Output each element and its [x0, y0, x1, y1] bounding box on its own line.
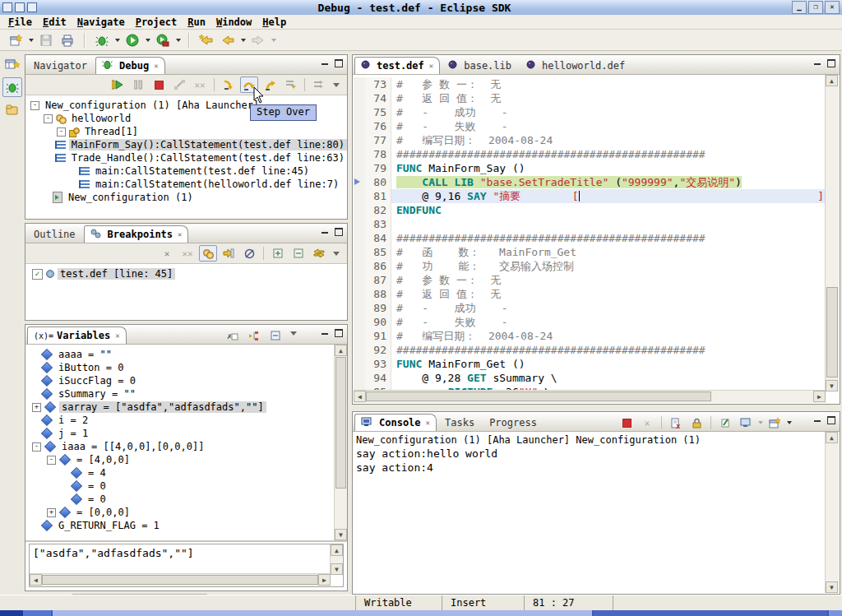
tab-breakpoints[interactable]: Breakpoints✕ [84, 225, 189, 243]
console-tab-progress[interactable]: Progress [483, 414, 544, 431]
editor-line[interactable]: 87# 参 数 一： 无 [354, 273, 826, 287]
terminate-button[interactable] [618, 415, 636, 431]
editor-line[interactable]: 92######################################… [354, 343, 826, 357]
debug-tree-item[interactable]: main:CallStatement(test.def line:45) [25, 164, 347, 178]
show-logical-structure-button[interactable] [245, 327, 263, 344]
open-perspective-icon[interactable] [2, 54, 22, 74]
new-wizard-button[interactable] [7, 32, 25, 49]
remove-breakpoint-button[interactable]: ✕ [158, 245, 176, 262]
expand-icon[interactable]: + [32, 403, 41, 412]
editor-tab-test-def[interactable]: test.def✕ [354, 57, 440, 74]
menu-navigate[interactable]: Navigate [74, 16, 132, 29]
debug-tree-item[interactable]: Trade_Handle():CallStatement(test.def li… [25, 151, 347, 164]
forward-dropdown[interactable] [271, 39, 276, 42]
editor-line[interactable]: 82ENDFUNC [354, 203, 826, 217]
editor-line[interactable]: 78######################################… [354, 147, 826, 161]
editor-line[interactable]: 81 @ 9,16 SAY "摘要 [ ]" [354, 189, 826, 203]
variable-item[interactable]: sSummary = "" [25, 387, 347, 401]
step-into-button[interactable] [220, 76, 238, 93]
menu-file[interactable]: File [5, 16, 39, 29]
tab-outline[interactable]: Outline [27, 225, 82, 243]
remove-all-breakpoints-button[interactable]: ✕✕ [178, 245, 197, 262]
editor-line[interactable]: 83 [354, 217, 826, 231]
suspend-button[interactable] [129, 76, 147, 93]
tab-variables[interactable]: (x)= Variables ✕ [27, 327, 127, 344]
menu-window[interactable]: Window [213, 16, 259, 29]
variables-scrollbar[interactable]: ▲ ▼ [334, 345, 347, 540]
editor-line[interactable]: 80 CALL LIB "base.SetTradeTitle" ("99999… [354, 175, 826, 189]
back-button[interactable] [219, 32, 237, 49]
close-icon[interactable]: ✕ [426, 419, 430, 427]
remove-all-terminated-button[interactable]: ✕✕ [191, 76, 209, 93]
minimize-button[interactable]: ▁ [792, 1, 807, 14]
variable-item[interactable]: G_RETURN_FLAG = 1 [25, 519, 347, 532]
editor-line[interactable]: 73# 参 数 一： 无 [354, 77, 826, 91]
menu-edit[interactable]: Edit [39, 16, 74, 29]
variable-item[interactable]: iButton = 0 [25, 361, 347, 374]
go-to-file-button[interactable] [220, 245, 238, 262]
last-edit-location-button[interactable] [197, 32, 215, 49]
collapse-icon[interactable]: - [30, 101, 39, 110]
editor-line[interactable]: 74# 返 回 值： 无 [354, 91, 826, 105]
editor-line[interactable]: 93FUNC MainForm_Get () [354, 357, 826, 371]
minimize-view-icon[interactable] [812, 58, 822, 67]
maximize-view-icon[interactable] [333, 328, 344, 337]
maximize-view-icon[interactable] [826, 415, 836, 424]
editor-vscrollbar[interactable]: ▲ ▼ [825, 75, 839, 391]
show-type-names-button[interactable]: ✗ [224, 327, 242, 344]
editor-line[interactable]: 90# - 失败 - [354, 315, 826, 329]
menu-help[interactable]: Help [259, 16, 294, 29]
tab-navigator[interactable]: Navigator [27, 57, 94, 74]
close-icon[interactable]: ✕ [154, 62, 158, 70]
maximize-view-icon[interactable] [333, 227, 344, 236]
open-console-dropdown[interactable] [787, 421, 792, 424]
variable-item[interactable]: = 4 [25, 466, 347, 479]
editor-line[interactable]: 84######################################… [354, 231, 826, 245]
forward-button[interactable] [249, 32, 267, 49]
view-menu-chevron-icon[interactable] [333, 83, 340, 87]
menu-project[interactable]: Project [132, 16, 185, 29]
editor-line[interactable]: 94 @ 9,28 GET sSummary \ [354, 371, 826, 385]
close-button[interactable]: ✕ [825, 1, 840, 14]
close-icon[interactable]: ✕ [178, 230, 182, 239]
pin-console-button[interactable] [716, 415, 734, 431]
editor-line[interactable]: 86# 功 能： 交易输入场控制 [354, 259, 826, 273]
maximize-view-icon[interactable] [333, 58, 344, 67]
variable-item[interactable]: -= [4,0,0] [25, 453, 347, 466]
console-tab-tasks[interactable]: Tasks [438, 414, 481, 431]
run-button[interactable] [123, 32, 141, 49]
expand-all-button[interactable] [269, 245, 287, 262]
minimize-view-icon[interactable] [319, 58, 330, 67]
collapse-all-button[interactable] [266, 327, 285, 344]
collapse-icon[interactable]: - [32, 442, 41, 452]
editor-tab-base-lib[interactable]: base.lib [442, 57, 518, 74]
resume-button[interactable] [109, 76, 127, 93]
show-supported-breakpoints-button[interactable] [199, 245, 217, 262]
detail-vscrollbar[interactable]: ▲ ▼ [330, 544, 343, 575]
display-console-dropdown[interactable] [758, 421, 763, 424]
variable-item[interactable]: +sarray = ["asdfa","adfasdfads",""] [25, 401, 347, 414]
debug-dropdown[interactable] [115, 39, 120, 42]
display-selected-console-button[interactable] [737, 415, 755, 431]
terminate-button[interactable] [150, 76, 168, 93]
variable-item[interactable]: -iaaa = [[4,0,0],[0,0,0]] [25, 440, 347, 453]
console-output[interactable]: say action:hello worldsay action:4 [353, 447, 840, 475]
editor-line[interactable]: 76# - 失败 - [354, 119, 826, 133]
remove-launch-button[interactable]: ✕ [638, 415, 656, 431]
debug-tree-item[interactable]: New_configuration (1) [25, 191, 347, 204]
console-tab-console[interactable]: Console✕ [354, 414, 437, 431]
debug-tree-item[interactable]: MainForm_Say():CallStatement(test.def li… [25, 138, 347, 151]
variable-item[interactable]: = 0 [25, 493, 347, 506]
scroll-lock-button[interactable] [687, 415, 706, 431]
external-tools-dropdown[interactable] [176, 39, 181, 42]
maximize-view-icon[interactable] [826, 58, 836, 67]
minimize-view-icon[interactable] [812, 415, 822, 424]
console-scrollbar[interactable]: ▲ ▼ [825, 432, 839, 593]
expand-icon[interactable]: + [47, 508, 56, 517]
menu-run[interactable]: Run [184, 16, 213, 29]
resource-perspective-icon[interactable] [2, 100, 22, 120]
editor-line[interactable]: 91# 编写日期： 2004-08-24 [354, 329, 826, 343]
breakpoint-item[interactable]: ✓test.def [line: 45] [25, 267, 347, 280]
collapse-icon[interactable]: - [47, 456, 56, 465]
variable-item[interactable]: i = 2 [25, 414, 347, 427]
